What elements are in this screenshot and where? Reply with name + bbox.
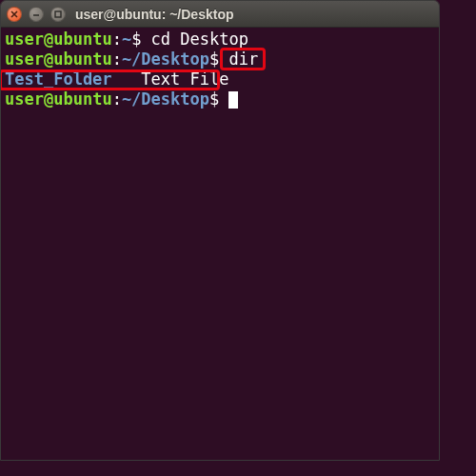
output-gap (112, 69, 142, 89)
prompt-dollar: $ (131, 30, 150, 49)
prompt-dollar: $ (209, 89, 228, 109)
prompt-at: @ (44, 89, 53, 109)
prompt-at: @ (44, 30, 53, 49)
prompt-at: @ (44, 50, 53, 69)
maximize-icon[interactable] (50, 7, 66, 22)
prompt-colon: : (112, 89, 122, 109)
terminal-output-line: Test_Folder Text_File (5, 69, 435, 89)
prompt-host: ubuntu (53, 50, 111, 69)
prompt-colon: : (112, 50, 122, 69)
close-icon[interactable] (7, 7, 22, 22)
output-file: Text_File (141, 69, 228, 89)
terminal-line: user@ubuntu:~/Desktop$ dir (5, 50, 435, 69)
prompt-dollar: $ (209, 50, 228, 69)
minimize-icon[interactable] (29, 7, 44, 22)
terminal-line: user@ubuntu:~/Desktop$ (5, 89, 435, 109)
prompt-user: user (5, 50, 44, 69)
svg-rect-0 (55, 11, 61, 17)
command-text: dir (228, 50, 258, 69)
prompt-host: ubuntu (53, 89, 111, 109)
cursor-icon (228, 91, 238, 109)
window-title: user@ubuntu: ~/Desktop (75, 7, 234, 22)
command-text: cd Desktop (151, 30, 248, 49)
prompt-user: user (5, 89, 44, 109)
prompt-path: ~ (122, 30, 131, 49)
prompt-colon: : (112, 30, 122, 49)
terminal-line: user@ubuntu:~$ cd Desktop (5, 30, 435, 50)
prompt-path: ~/Desktop (122, 89, 209, 109)
prompt-user: user (5, 30, 44, 49)
terminal-body[interactable]: user@ubuntu:~$ cd Desktop user@ubuntu:~/… (1, 28, 439, 460)
prompt-path: ~/Desktop (122, 50, 209, 69)
window-controls (7, 7, 66, 22)
output-directory: Test_Folder (5, 69, 112, 89)
prompt-host: ubuntu (53, 30, 111, 49)
terminal-window: user@ubuntu: ~/Desktop user@ubuntu:~$ cd… (0, 0, 440, 461)
titlebar[interactable]: user@ubuntu: ~/Desktop (1, 1, 439, 28)
